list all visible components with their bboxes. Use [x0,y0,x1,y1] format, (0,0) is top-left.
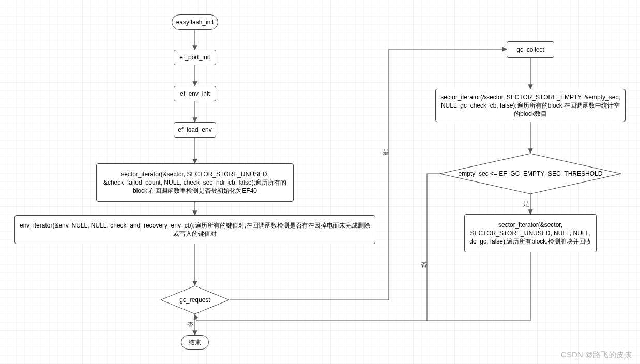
label: ef_load_env [178,126,211,134]
edge-label-yes-1: 是 [383,148,389,157]
label: gc_collect [516,46,544,54]
watermark: CSDN @路飞的皮孩 [561,350,632,360]
label: gc_request [167,296,222,304]
edge-label-yes-2: 是 [523,200,529,208]
label: ef_port_init [179,53,210,62]
label: ef_env_init [180,89,210,98]
node-ef-env-init: ef_env_init [174,86,216,101]
node-env-iterator: env_iterator(&env, NULL, NULL, check_and… [14,215,375,244]
label: sector_iterator(&sector, SECTOR_STORE_UN… [101,170,289,195]
node-ef-load-env: ef_load_env [174,122,216,138]
label: sector_iterator(&sector, SECTOR_STORE_UN… [469,221,592,246]
label: 结束 [189,338,201,346]
label: sector_iterator(&sector, SECTOR_STORE_EM… [440,93,621,118]
node-end: 结束 [181,335,209,350]
node-easyflash-init: easyflash_init [172,14,218,30]
node-sector-iterator-do-gc: sector_iterator(&sector, SECTOR_STORE_UN… [464,214,597,252]
node-ef-port-init: ef_port_init [174,50,216,65]
node-gc-request: gc_request [160,285,230,314]
label: env_iterator(&env, NULL, NULL, check_and… [19,221,371,238]
edge-label-no-2: 否 [421,261,427,269]
node-sector-iterator-unused: sector_iterator(&sector, SECTOR_STORE_UN… [96,163,294,202]
label: easyflash_init [176,18,214,26]
edge-label-no-1: 否 [187,321,193,329]
node-gc-collect: gc_collect [507,41,554,58]
label: empty_sec <= EF_GC_EMPTY_SEC_THRESHOLD [446,170,615,178]
node-sector-iterator-empty: sector_iterator(&sector, SECTOR_STORE_EM… [435,89,626,122]
node-empty-sec-threshold: empty_sec <= EF_GC_EMPTY_SEC_THRESHOLD [439,153,621,194]
